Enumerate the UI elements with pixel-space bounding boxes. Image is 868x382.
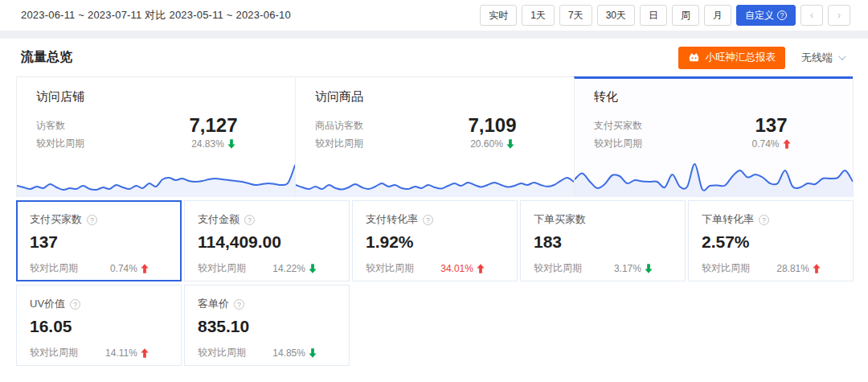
metric-compare-label: 较对比周期: [534, 261, 582, 275]
metric-pct-value: 28.81%: [776, 263, 809, 274]
metric-value: 1.92%: [366, 232, 504, 252]
metric-card-pay-buyers[interactable]: 支付买家数 ? 137 较对比周期 0.74%: [16, 200, 182, 281]
next-period-button[interactable]: ›: [828, 5, 850, 26]
tab-pct-value: 20.60%: [470, 136, 503, 152]
overview-tab-visit-item[interactable]: 访问商品 商品访客数 较对比周期 7,109 20.60%: [295, 76, 574, 197]
up-arrow-icon: [477, 264, 485, 273]
date-range-text[interactable]: 2023-06-11 ~ 2023-07-11 对比 2023-05-11 ~ …: [21, 8, 291, 23]
down-arrow-icon: [309, 264, 317, 273]
metric-label: 客单价: [198, 297, 229, 311]
metric-label: 支付买家数: [30, 212, 82, 227]
metric-value: 183: [534, 232, 672, 252]
metric-pct-value: 14.11%: [105, 347, 137, 359]
tab-title: 访问商品: [315, 89, 555, 105]
help-question-icon[interactable]: ?: [234, 299, 244, 310]
metric-card-pay-amount[interactable]: 支付金额 ? 114,409.00 较对比周期 14.22%: [184, 200, 350, 281]
prev-period-button[interactable]: ‹: [800, 5, 823, 26]
channel-dropdown[interactable]: 无线端: [801, 51, 844, 65]
prev-icon: ‹: [810, 10, 813, 21]
time-filter-7d[interactable]: 7天: [559, 5, 592, 26]
time-filter-week[interactable]: 周: [672, 5, 699, 26]
time-filter-1d[interactable]: 1天: [522, 5, 555, 26]
overview-tab-conversion[interactable]: 转化 支付买家数 较对比周期 137 0.74%: [574, 76, 853, 197]
time-filter-group: 实时1天7天30天日周月自定义?‹›: [480, 5, 850, 26]
metric-compare-label: 较对比周期: [198, 261, 246, 275]
help-question-icon[interactable]: ?: [244, 215, 255, 225]
metric-card-pay-conversion-rate[interactable]: 支付转化率 ? 1.92% 较对比周期 34.01%: [352, 200, 518, 281]
tab-compare-label: 较对比周期: [594, 134, 709, 152]
tab-compare-label: 较对比周期: [315, 134, 430, 152]
metric-label: UV价值: [30, 297, 65, 311]
next-icon: ›: [837, 10, 841, 21]
page-title: 流量总览: [21, 49, 72, 66]
tab-metric-label: 商品访客数: [315, 117, 430, 134]
overview-tabs: 访问店铺 访客数 较对比周期 7,127 24.83% 访问商品 商品访客数: [16, 76, 854, 197]
time-filter-day[interactable]: 日: [640, 5, 667, 26]
metric-pct-value: 34.01%: [440, 263, 473, 274]
metric-pct-value: 14.85%: [272, 347, 305, 359]
down-arrow-icon: [309, 348, 317, 358]
tab-pct-value: 0.74%: [752, 136, 780, 152]
metric-pct-value: 3.17%: [614, 263, 641, 274]
metric-value: 835.10: [198, 317, 336, 336]
up-arrow-icon: [813, 264, 821, 273]
help-question-icon[interactable]: ?: [87, 215, 97, 225]
chevron-down-icon: [838, 52, 846, 60]
mascot-cat-icon: [688, 51, 700, 64]
sparkline-chart: [575, 155, 853, 197]
time-filter-realtime[interactable]: 实时: [480, 5, 517, 26]
tab-pct-value: 24.83%: [191, 136, 224, 152]
metric-compare-label: 较对比周期: [198, 346, 246, 359]
tab-metric-label: 访客数: [36, 117, 151, 134]
traffic-overview-header: 流量总览 小旺神汇总报表 无线端: [0, 39, 868, 76]
metric-compare-label: 较对比周期: [30, 261, 78, 275]
metric-card-avg-order-value[interactable]: 客单价 ? 835.10 较对比周期 14.85%: [184, 285, 350, 366]
help-question-icon[interactable]: ?: [70, 299, 80, 310]
tab-title: 访问店铺: [36, 89, 276, 105]
tab-metric-value: 7,109: [430, 115, 555, 136]
custom-label: 自定义: [745, 9, 774, 23]
metric-value: 137: [30, 232, 168, 252]
tab-title: 转化: [594, 89, 833, 105]
up-arrow-icon: [783, 139, 791, 149]
overview-tab-visit-shop[interactable]: 访问店铺 访客数 较对比周期 7,127 24.83%: [17, 76, 295, 197]
metric-label: 支付转化率: [366, 212, 418, 227]
metric-label: 下单转化率: [702, 212, 754, 227]
metric-cards-row-2: UV价值 ? 16.05 较对比周期 14.11% 客单价 ? 835.10 较…: [16, 285, 854, 366]
metric-compare-label: 较对比周期: [702, 261, 750, 275]
channel-value: 无线端: [801, 51, 833, 65]
help-question-icon: ?: [777, 10, 787, 20]
metric-compare-label: 较对比周期: [30, 346, 78, 359]
metric-label: 下单买家数: [534, 212, 586, 227]
metric-value: 16.05: [30, 317, 168, 336]
time-filter-month[interactable]: 月: [704, 5, 731, 26]
down-arrow-icon: [645, 264, 653, 273]
help-question-icon[interactable]: ?: [759, 215, 769, 225]
metric-value: 2.57%: [702, 232, 840, 252]
sparkline-chart: [17, 155, 295, 197]
metric-pct-value: 0.74%: [110, 263, 137, 274]
summary-report-label: 小旺神汇总报表: [706, 51, 776, 64]
metric-card-order-conversion-rate[interactable]: 下单转化率 ? 2.57% 较对比周期 28.81%: [688, 200, 854, 281]
time-filter-30d[interactable]: 30天: [597, 5, 635, 26]
down-arrow-icon: [506, 139, 514, 149]
down-arrow-icon: [227, 139, 235, 149]
up-arrow-icon: [141, 348, 149, 358]
tab-metric-value: 7,127: [151, 115, 276, 136]
tab-metric-label: 支付买家数: [594, 117, 709, 134]
up-arrow-icon: [141, 264, 149, 273]
metric-value: 114,409.00: [198, 232, 336, 252]
page-background-divider: [0, 31, 868, 39]
top-toolbar: 2023-06-11 ~ 2023-07-11 对比 2023-05-11 ~ …: [0, 0, 868, 31]
summary-report-button[interactable]: 小旺神汇总报表: [678, 47, 786, 69]
tab-compare-label: 较对比周期: [36, 134, 151, 152]
sparkline-chart: [296, 155, 574, 197]
tab-metric-value: 137: [709, 115, 833, 136]
metric-cards-row-1: 支付买家数 ? 137 较对比周期 0.74% 支付金额 ? 114,409.0…: [16, 200, 854, 281]
metric-card-order-buyers[interactable]: 下单买家数 183 较对比周期 3.17%: [520, 200, 686, 281]
metric-label: 支付金额: [198, 212, 240, 227]
metric-compare-label: 较对比周期: [366, 261, 414, 275]
time-filter-custom[interactable]: 自定义?: [736, 5, 796, 26]
help-question-icon[interactable]: ?: [423, 215, 433, 225]
metric-card-uv-value[interactable]: UV价值 ? 16.05 较对比周期 14.11%: [16, 285, 182, 366]
